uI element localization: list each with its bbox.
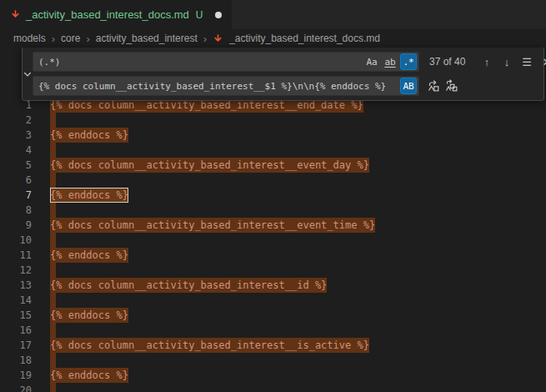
line-content: {% docs column__activity_based_interest_…: [50, 218, 375, 233]
breadcrumb-item-models[interactable]: models: [13, 33, 46, 44]
line-content: [50, 353, 56, 368]
line-number: 10: [0, 233, 32, 248]
tab-activity-based-interest-docs[interactable]: _activity_based_interest_docs.md U: [0, 0, 233, 29]
line-number: 6: [0, 173, 32, 188]
match-case-button[interactable]: Aa: [363, 53, 380, 70]
line-content: [50, 143, 56, 158]
line-content: {% enddocs %}: [50, 128, 128, 143]
editor-line[interactable]: 4: [0, 143, 546, 158]
editor-lines: 1{% docs column__activity_based_interest…: [0, 98, 546, 392]
replace-button[interactable]: [424, 77, 443, 95]
editor-line[interactable]: 5{% docs column__activity_based_interest…: [0, 158, 546, 173]
find-replace-widget: (.*) Aa ab .* 37 of 40 ↑ ↓ ☰ ✕ {% docs c…: [22, 48, 544, 101]
editor-line[interactable]: 19{% enddocs %}: [0, 368, 546, 383]
replace-input-value: {% docs column__activity_based_interest_…: [38, 81, 398, 92]
line-number: 15: [0, 308, 32, 323]
editor-line[interactable]: 15{% enddocs %}: [0, 308, 546, 323]
empty-line-find-match: [50, 323, 56, 338]
line-content: {% enddocs %}: [50, 368, 128, 383]
line-number: 16: [0, 323, 32, 338]
line-number: 17: [0, 338, 32, 353]
editor-line[interactable]: 16: [0, 323, 546, 338]
line-number: 11: [0, 248, 32, 263]
current-find-match: {% enddocs %}: [50, 188, 128, 203]
next-match-button[interactable]: ↓: [498, 53, 516, 71]
dbt-file-icon: [10, 9, 21, 20]
replace-row: {% docs column__activity_based_interest_…: [33, 75, 546, 97]
editor-line[interactable]: 17{% docs column__activity_based_interes…: [0, 338, 546, 353]
line-content: {% docs column__activity_based_interest_…: [50, 158, 369, 173]
line-content: [50, 113, 56, 128]
breadcrumb-item-_activity_based_interest_docs.md[interactable]: _activity_based_interest_docs.md: [229, 33, 380, 44]
line-number: 3: [0, 128, 32, 143]
git-status-badge: U: [196, 9, 203, 21]
find-match: {% docs column__activity_based_interest_…: [50, 338, 369, 353]
editor-line[interactable]: 13{% docs column__activity_based_interes…: [0, 278, 546, 293]
replace-all-button[interactable]: [443, 77, 461, 95]
editor-line[interactable]: 12: [0, 263, 546, 278]
dbt-file-icon: [213, 33, 223, 44]
line-content: [50, 323, 56, 338]
empty-line-find-match: [50, 233, 56, 248]
editor-line[interactable]: 10: [0, 233, 546, 248]
line-content: [50, 263, 56, 278]
line-number: 13: [0, 278, 32, 293]
close-find-button[interactable]: ✕: [538, 53, 546, 71]
line-number: 8: [0, 203, 32, 218]
tab-filename: _activity_based_interest_docs.md: [26, 8, 189, 21]
line-number: 14: [0, 293, 32, 308]
empty-line-find-match: [50, 383, 56, 392]
line-content: [50, 293, 56, 308]
editor-line[interactable]: 8: [0, 203, 546, 218]
line-content: [50, 173, 56, 188]
find-input-value: (.*): [38, 57, 362, 68]
regex-button[interactable]: .*: [400, 53, 417, 70]
editor-line[interactable]: 3{% enddocs %}: [0, 128, 546, 143]
line-content: {% docs column__activity_based_interest_…: [50, 278, 327, 293]
line-number: 20: [0, 383, 32, 392]
results-count: 37 of 40: [429, 56, 478, 68]
editor-line[interactable]: 2: [0, 113, 546, 128]
editor-line[interactable]: 6: [0, 173, 546, 188]
editor-line[interactable]: 20: [0, 383, 546, 392]
empty-line-find-match: [50, 113, 56, 128]
find-match: {% enddocs %}: [50, 368, 128, 383]
preserve-case-button[interactable]: AB: [400, 78, 417, 94]
line-content: {% enddocs %}: [50, 188, 128, 203]
breadcrumb: models›core›activity_based_interest› _ac…: [0, 29, 546, 48]
empty-line-find-match: [50, 263, 56, 278]
line-number: 2: [0, 113, 32, 128]
toggle-replace-chevron-icon[interactable]: [23, 51, 33, 97]
find-input[interactable]: (.*) Aa ab .*: [33, 52, 419, 72]
line-content: {% enddocs %}: [50, 248, 128, 263]
line-content: {% enddocs %}: [50, 308, 128, 323]
find-row: (.*) Aa ab .* 37 of 40 ↑ ↓ ☰ ✕: [33, 51, 546, 73]
find-match: {% docs column__activity_based_interest_…: [50, 218, 375, 233]
breadcrumb-separator-icon: ›: [86, 33, 89, 45]
editor-line[interactable]: 11{% enddocs %}: [0, 248, 546, 263]
editor-line[interactable]: 14: [0, 293, 546, 308]
previous-match-button[interactable]: ↑: [478, 53, 496, 71]
replace-input[interactable]: {% docs column__activity_based_interest_…: [33, 76, 419, 96]
tab-bar: _activity_based_interest_docs.md U: [0, 0, 546, 29]
editor-line[interactable]: 18: [0, 353, 546, 368]
find-nav-buttons: ↑ ↓ ☰ ✕: [478, 53, 546, 71]
line-number: 5: [0, 158, 32, 173]
empty-line-find-match: [50, 143, 56, 158]
whole-word-button[interactable]: ab: [382, 53, 398, 70]
find-match: {% enddocs %}: [50, 248, 128, 263]
empty-line-find-match: [50, 203, 56, 218]
find-in-selection-button[interactable]: ☰: [518, 53, 536, 71]
line-content: {% docs column__activity_based_interest_…: [50, 338, 369, 353]
breadcrumb-separator-icon: ›: [203, 33, 207, 45]
find-match: {% docs column__activity_based_interest_…: [50, 158, 369, 173]
line-content: [50, 383, 56, 392]
breadcrumb-item-core[interactable]: core: [61, 33, 80, 44]
editor-line[interactable]: 7{% enddocs %}: [0, 188, 546, 203]
editor-line[interactable]: 9{% docs column__activity_based_interest…: [0, 218, 546, 233]
modified-indicator-dot[interactable]: [215, 12, 222, 18]
empty-line-find-match: [50, 173, 56, 188]
line-content: [50, 203, 56, 218]
find-match: {% docs column__activity_based_interest_…: [50, 278, 327, 293]
breadcrumb-item-activity_based_interest[interactable]: activity_based_interest: [96, 33, 198, 44]
